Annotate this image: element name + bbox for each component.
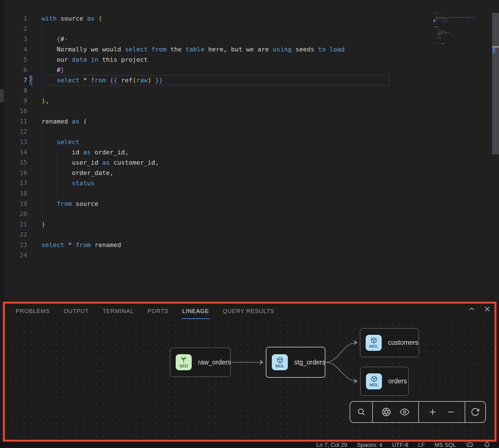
code-editor[interactable]: 1with source as (23 {#-4 Normally we wou…	[4, 0, 499, 300]
minimap-line: renamed as (	[434, 26, 440, 28]
cube-icon	[371, 337, 377, 344]
status-encoding[interactable]: UTF-8	[392, 442, 408, 448]
line-number: 19	[4, 199, 27, 209]
line-number: 23	[4, 240, 27, 250]
toolbar-group-zoom	[419, 402, 465, 422]
indent-guide	[42, 85, 42, 96]
close-icon[interactable]	[484, 305, 491, 313]
minimap[interactable]: with source as ( {#- Normally we would s…	[434, 13, 488, 53]
node-label: customers	[388, 339, 418, 347]
zoom-in-icon[interactable]	[428, 408, 437, 416]
code-line[interactable]: select * from renamed	[41, 240, 121, 250]
eye-icon[interactable]	[400, 407, 409, 417]
code-area: 1with source as (23 {#-4 Normally we wou…	[4, 0, 499, 300]
toolbar-group-view	[373, 402, 419, 422]
minimap-line: with source as (	[434, 13, 442, 14]
minimap-modified-marker	[433, 19, 435, 22]
code-line[interactable]: #}	[41, 65, 64, 75]
status-indentation[interactable]: Spaces: 4	[357, 442, 382, 448]
code-line[interactable]: select	[41, 137, 79, 147]
node-label: orders	[388, 377, 407, 385]
line-number: 4	[4, 44, 27, 55]
line-number: 12	[4, 127, 27, 137]
chevron-up-icon[interactable]	[468, 305, 476, 313]
panel-tabs: PROBLEMSOUTPUTTERMINALPORTSLINEAGEQUERY …	[16, 304, 274, 320]
lineage-node-raw-orders[interactable]: SED raw_orders	[170, 348, 231, 377]
code-line[interactable]: {#-	[41, 34, 68, 44]
status-language-mode[interactable]: MS SQL	[434, 442, 456, 448]
tab-query-results[interactable]: QUERY RESULTS	[223, 308, 274, 316]
activity-strip	[0, 0, 4, 448]
lineage-node-orders[interactable]: MDL orders	[360, 367, 409, 396]
tab-problems[interactable]: PROBLEMS	[16, 308, 50, 316]
line-number: 24	[4, 250, 27, 260]
code-line[interactable]: select * from {{ ref(raw) }}	[41, 75, 163, 85]
badge-label: SED	[179, 364, 188, 368]
indent-guide	[42, 188, 42, 199]
minimap-line: ),	[434, 23, 435, 25]
code-line[interactable]: status	[41, 178, 94, 188]
node-label: stg_orders	[294, 359, 325, 366]
overview-ruler-band	[492, 46, 499, 48]
line-number: 17	[4, 178, 27, 188]
line-number: 18	[4, 188, 27, 199]
refresh-icon[interactable]	[471, 407, 480, 417]
tab-terminal[interactable]: TERMINAL	[102, 308, 134, 316]
code-line[interactable]: from source	[41, 199, 98, 209]
minimap-line: )	[434, 40, 434, 41]
lineage-node-stg-orders[interactable]: MDL stg_orders	[266, 347, 325, 378]
indent-guide	[42, 24, 42, 34]
model-badge: MDL	[366, 335, 382, 351]
status-eol[interactable]: LF	[418, 442, 425, 448]
line-number: 5	[4, 55, 27, 65]
activity-strip-indicator[interactable]	[0, 89, 4, 102]
code-line[interactable]: id as order_id,	[41, 147, 129, 158]
cube-icon	[277, 357, 283, 363]
bell-icon[interactable]	[484, 441, 490, 448]
panel-actions	[468, 305, 491, 313]
line-number: 13	[4, 137, 27, 147]
code-line[interactable]: )	[41, 219, 45, 230]
zoom-out-icon[interactable]	[447, 408, 455, 416]
lineage-node-customers[interactable]: MDL customers	[360, 328, 419, 357]
copilot-icon[interactable]	[466, 442, 474, 448]
gutter-modified-indicator	[29, 75, 32, 85]
toolbar-group-search	[350, 402, 373, 422]
overview-ruler-modified-marker	[492, 48, 495, 53]
minimap-line: select * from renamed	[434, 43, 444, 44]
tab-lineage[interactable]: LINEAGE	[182, 308, 209, 316]
indent-guide	[42, 127, 42, 137]
status-bar: Ln 7, Col 29 Spaces: 4 UTF-8 LF MS SQL	[0, 442, 499, 448]
seedling-icon	[180, 357, 187, 363]
cube-icon	[371, 376, 377, 382]
editor-scrollbar[interactable]	[492, 13, 499, 154]
line-number: 21	[4, 219, 27, 230]
line-number: 11	[4, 116, 27, 127]
code-line[interactable]: renamed as (	[41, 116, 87, 127]
code-line[interactable]: our data in this project	[41, 55, 148, 65]
tab-ports[interactable]: PORTS	[148, 308, 169, 316]
indent-guide	[57, 188, 57, 199]
code-line[interactable]: ),	[41, 96, 49, 106]
line-number: 6	[4, 65, 27, 75]
tab-output[interactable]: OUTPUT	[64, 308, 89, 316]
indent-guide	[42, 209, 42, 219]
status-cursor-position[interactable]: Ln 7, Col 29	[316, 442, 347, 448]
line-number: 20	[4, 209, 27, 219]
line-number: 22	[4, 230, 27, 240]
code-line[interactable]: Normally we would select from the table …	[41, 44, 345, 55]
code-line[interactable]: user_id as customer_id,	[41, 158, 159, 168]
badge-label: MDL	[369, 383, 379, 387]
line-number: 8	[4, 85, 27, 96]
search-icon[interactable]	[357, 407, 366, 417]
line-number: 15	[4, 158, 27, 168]
code-line[interactable]: with source as (	[41, 13, 102, 24]
line-number: 9	[4, 96, 27, 106]
code-line[interactable]: order_date,	[41, 168, 114, 178]
model-badge: MDL	[366, 373, 382, 389]
line-number: 16	[4, 168, 27, 178]
line-number: 3	[4, 34, 27, 44]
aperture-icon[interactable]	[382, 407, 391, 417]
line-number: 10	[4, 106, 27, 116]
line-number: 2	[4, 24, 27, 34]
